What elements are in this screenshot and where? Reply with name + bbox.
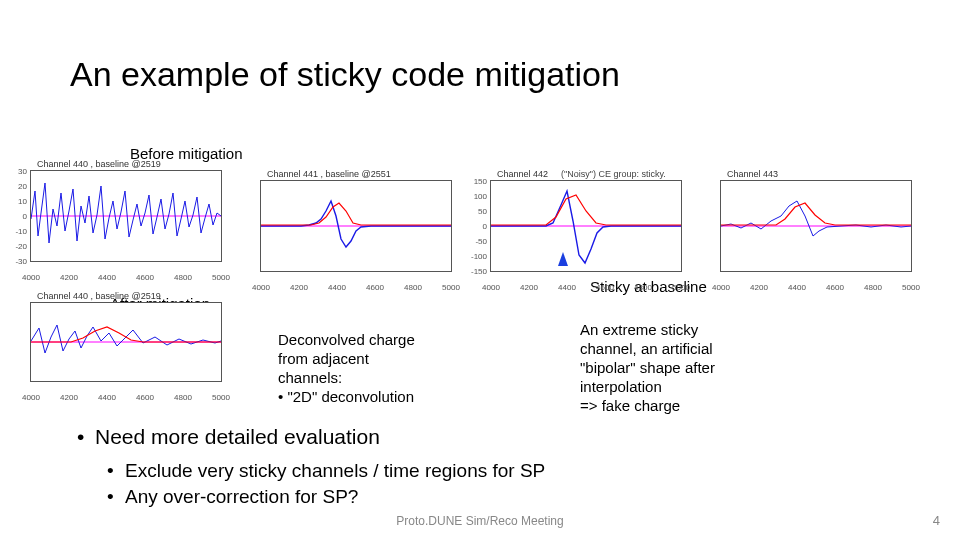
bullet-sub-1: Exclude very sticky channels / time regi… bbox=[125, 460, 545, 482]
plot-title: Channel 440 , baseline @2519 bbox=[37, 159, 161, 169]
footer-text: Proto.DUNE Sim/Reco Meeting bbox=[0, 514, 960, 528]
waveform-signal bbox=[721, 181, 911, 271]
waveform-noisy bbox=[31, 171, 221, 261]
plot-title: Channel 442 bbox=[497, 169, 548, 179]
page-number: 4 bbox=[933, 513, 940, 528]
ann-extreme-l2: channel, an artificial bbox=[580, 339, 713, 359]
ann-deconv-l1: Deconvolved charge bbox=[278, 330, 415, 350]
plot-title: Channel 443 bbox=[727, 169, 778, 179]
ann-deconv-l4: • "2D" deconvolution bbox=[278, 387, 414, 407]
bullet-sub-2: Any over-correction for SP? bbox=[125, 486, 358, 508]
plot-ch441: Channel 441 , baseline @2551 4000 4200 4… bbox=[260, 180, 452, 272]
plot-ch443: Channel 443 4000 4200 4400 4600 4800 500… bbox=[720, 180, 912, 272]
ann-extreme-l4: interpolation bbox=[580, 377, 662, 397]
slide: An example of sticky code mitigation Bef… bbox=[0, 0, 960, 540]
ann-extreme-l5: => fake charge bbox=[580, 396, 680, 416]
ann-deconv-l3: channels: bbox=[278, 368, 342, 388]
bullet-main: Need more detailed evaluation bbox=[95, 425, 380, 449]
waveform-signal bbox=[261, 181, 451, 271]
ann-deconv-l2: from adjacent bbox=[278, 349, 369, 369]
slide-title: An example of sticky code mitigation bbox=[70, 55, 620, 94]
arrow-up-icon bbox=[558, 252, 568, 266]
plot-ch440-before: Channel 440 , baseline @2519 30 20 10 0 … bbox=[30, 170, 222, 262]
waveform-after bbox=[31, 303, 221, 381]
plot-ch440-after: Channel 440 , baseline @2519 4000 4200 4… bbox=[30, 302, 222, 382]
plot-tag: ("Noisy") CE group: sticky. bbox=[561, 169, 666, 179]
y-axis-ticks: 30 20 10 0 -10 -20 -30 bbox=[7, 171, 29, 261]
waveform-bipolar bbox=[491, 181, 681, 271]
plot-title: Channel 440 , baseline @2519 bbox=[37, 291, 161, 301]
plot-ch442: Channel 442 ("Noisy") CE group: sticky. … bbox=[490, 180, 682, 272]
y-axis-ticks: 150 100 50 0 -50 -100 -150 bbox=[467, 181, 489, 271]
ann-extreme-l3: "bipolar" shape after bbox=[580, 358, 715, 378]
plot-title: Channel 441 , baseline @2551 bbox=[267, 169, 391, 179]
ann-extreme-l1: An extreme sticky bbox=[580, 320, 698, 340]
